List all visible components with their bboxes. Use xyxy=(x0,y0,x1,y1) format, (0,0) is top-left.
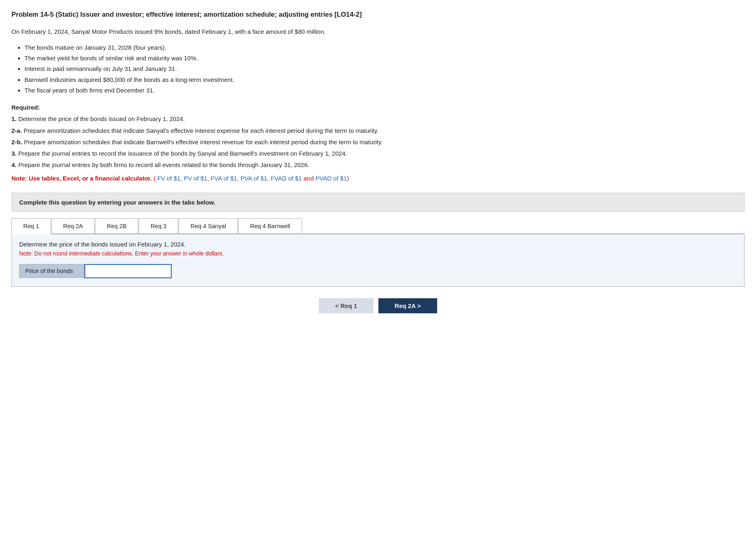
tab-req4barnwell[interactable]: Req 4 Barnwell xyxy=(238,218,302,233)
req-4-num: 4. xyxy=(11,161,17,168)
fvad-link[interactable]: FVAD of $1 xyxy=(271,175,302,182)
next-button[interactable]: Req 2A > xyxy=(378,298,437,313)
complete-box: Complete this question by entering your … xyxy=(11,193,745,212)
req-3-line: 3. Prepare the journal entries to record… xyxy=(11,148,745,159)
prev-button[interactable]: < Req 1 xyxy=(319,298,374,313)
req-2a-num: 2-a. xyxy=(11,127,22,134)
and-text: and xyxy=(303,175,315,182)
bullet-item: Barnwell Industries acquired $80,000 of … xyxy=(24,75,745,85)
bullet-item: The bonds mature on January 31, 2028 (fo… xyxy=(24,42,745,53)
req-1-text: Determine the price of the bonds issued … xyxy=(18,115,185,122)
price-of-bonds-input[interactable] xyxy=(84,264,172,278)
tab-description: Determine the price of the bonds issued … xyxy=(19,241,737,248)
req-2a-text: Prepare amortization schedules that indi… xyxy=(24,127,378,134)
tab-req2a[interactable]: Req 2A xyxy=(51,218,95,233)
tab-req4sanyal[interactable]: Req 4 Sanyal xyxy=(179,218,238,233)
req-2b-line: 2-b. Prepare amortization schedules that… xyxy=(11,137,745,147)
req-2b-text: Prepare amortization schedules that indi… xyxy=(24,139,382,145)
pva-link[interactable]: PVA of $1 xyxy=(241,175,267,182)
req-3-text: Prepare the journal entries to record th… xyxy=(18,150,347,157)
tab-note: Note: Do not round intermediate calculat… xyxy=(19,250,737,257)
pv-link[interactable]: PV of $1 xyxy=(184,175,208,182)
req-1-line: 1. Determine the price of the bonds issu… xyxy=(11,114,745,124)
answer-row: Price of the bonds xyxy=(19,264,737,278)
tab-req3[interactable]: Req 3 xyxy=(139,218,178,233)
required-label: Required: xyxy=(11,104,40,111)
tabs-container: Req 1 Req 2A Req 2B Req 3 Req 4 Sanyal R… xyxy=(11,218,745,234)
intro-paragraph: On February 1, 2024, Sanyal Motor Produc… xyxy=(11,27,745,37)
bottom-nav: < Req 1 Req 2A > xyxy=(11,298,745,313)
req-4-text: Prepare the journal entries by both firm… xyxy=(18,161,309,168)
bullet-list: The bonds mature on January 31, 2028 (fo… xyxy=(11,42,745,96)
tab-req1[interactable]: Req 1 xyxy=(11,218,51,234)
problem-title: Problem 14-5 (Static) Issuer and investo… xyxy=(11,10,745,20)
note-prefix: Note: Use tables, Excel, or a financial … xyxy=(11,175,155,182)
req-2b-num: 2-b. xyxy=(11,139,22,145)
answer-label: Price of the bonds xyxy=(19,264,84,278)
note-line: Note: Use tables, Excel, or a financial … xyxy=(11,173,745,184)
req-1-num: 1. xyxy=(11,115,17,122)
req-3-num: 3. xyxy=(11,150,17,157)
pvad-link[interactable]: PVAD of $1 xyxy=(315,175,347,182)
fv-link[interactable]: FV of $1 xyxy=(157,175,181,182)
tab-req2b[interactable]: Req 2B xyxy=(95,218,138,233)
bullet-item: Interest is paid semiannually on July 31… xyxy=(24,64,745,74)
bullet-item: The market yield for bonds of similar ri… xyxy=(24,53,745,64)
required-section: Required: 1. Determine the price of the … xyxy=(11,102,745,184)
bullet-item: The fiscal years of both firms end Decem… xyxy=(24,85,745,96)
req-4-line: 4. Prepare the journal entries by both f… xyxy=(11,160,745,170)
fva-link[interactable]: FVA of $1 xyxy=(211,175,237,182)
tab-content-area: Determine the price of the bonds issued … xyxy=(11,234,745,287)
req-2a-line: 2-a. Prepare amortization schedules that… xyxy=(11,125,745,136)
